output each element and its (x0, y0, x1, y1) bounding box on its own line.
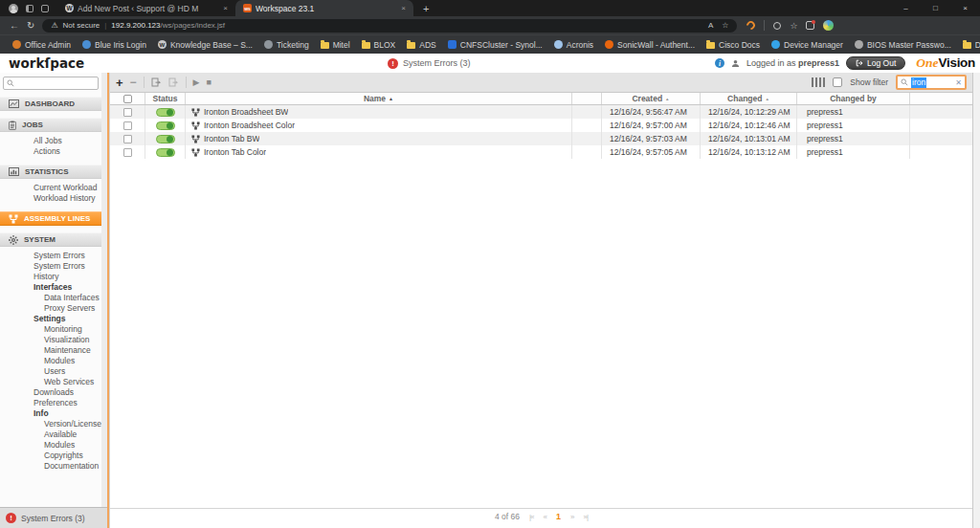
sidebar-search-input[interactable] (17, 78, 94, 88)
bookmark-item[interactable]: BIOS Master Passwo... (849, 40, 957, 50)
column-header-created[interactable]: Created (602, 93, 701, 104)
column-header-changed-by[interactable]: Changed by (797, 93, 910, 104)
sidebar-item-users[interactable]: Users (0, 366, 101, 377)
info-icon[interactable] (715, 58, 724, 68)
row-checkbox[interactable] (123, 108, 132, 117)
back-icon[interactable]: ← (10, 21, 19, 31)
sidebar-item-modules[interactable]: Modules (0, 356, 101, 366)
copilot-icon[interactable] (746, 19, 758, 32)
tab-actions-icon[interactable] (41, 5, 49, 12)
log-out-button[interactable]: Log Out (846, 56, 905, 70)
browser-tab-wordpress[interactable]: Add New Post ‹ Support @ HD M (57, 0, 235, 16)
row-checkbox[interactable] (123, 148, 132, 157)
sidebar-section-assembly-lines[interactable]: ASSEMBLY LINES (0, 211, 101, 226)
favorite-star-icon[interactable]: ☆ (722, 21, 728, 30)
sidebar-item-actions[interactable]: Actions (0, 146, 101, 157)
status-toggle-on[interactable] (156, 121, 175, 130)
browser-profile-avatar[interactable] (9, 4, 18, 13)
bookmark-item[interactable]: ADS (401, 40, 441, 50)
browser-tab-workspace[interactable]: Workspace 23.1 (235, 0, 413, 16)
window-maximize-button[interactable] (921, 0, 950, 16)
sidebar-item-documentation[interactable]: Documentation (0, 461, 101, 472)
show-filter-checkbox[interactable] (833, 77, 842, 87)
column-header-name[interactable]: Name (186, 93, 572, 104)
bookmark-item[interactable]: Device Manager (766, 40, 849, 50)
previous-page-button[interactable] (544, 513, 546, 521)
tab-close-icon[interactable] (223, 4, 228, 12)
status-toggle-on[interactable] (156, 135, 175, 143)
extensions-icon[interactable] (806, 21, 814, 30)
system-errors-banner[interactable]: System Errors (3) (388, 54, 471, 73)
bookmark-item[interactable]: Acronis (548, 40, 599, 50)
sidebar-item-downloads[interactable]: Downloads (0, 387, 101, 398)
duplicate-icon[interactable] (151, 77, 162, 88)
bookmark-item[interactable]: BLOX (356, 40, 402, 50)
first-page-button[interactable] (529, 513, 534, 521)
window-close-button[interactable] (950, 0, 980, 16)
page-scrollbar-track[interactable] (973, 73, 980, 528)
column-header-changed[interactable]: Changed (701, 93, 797, 104)
bookmark-item[interactable]: Office Admin (7, 40, 77, 50)
refresh-icon[interactable]: ↻ (27, 21, 34, 31)
table-row[interactable]: Ironton Broadsheet BW 12/16/24, 9:56:47 … (110, 105, 972, 119)
sidebar-item-copyrights[interactable]: Copyrights (0, 451, 101, 461)
sidebar-item-version-licenses[interactable]: Version/Licenses (0, 419, 101, 429)
bookmark-item[interactable]: Knowledge Base – S... (152, 40, 258, 50)
bookmark-item[interactable]: Mitel (315, 40, 356, 50)
sidebar-item-all-jobs[interactable]: All Jobs (0, 136, 101, 146)
next-page-button[interactable] (570, 513, 573, 521)
sidebar-item-proxy-servers[interactable]: Proxy Servers (0, 303, 101, 314)
sidebar-item-system-errors-history[interactable]: System Errors History (0, 261, 101, 282)
start-icon[interactable]: ▶ (193, 78, 200, 87)
bookmark-item[interactable]: Dell (957, 40, 980, 50)
browser-essentials-icon[interactable] (773, 22, 781, 30)
status-toggle-on[interactable] (156, 148, 175, 157)
sidebar-search[interactable] (3, 77, 99, 90)
workspaces-icon[interactable] (26, 5, 33, 12)
sidebar-item-visualization[interactable]: Visualization (0, 335, 101, 345)
export-icon[interactable] (168, 77, 179, 88)
column-chooser-icon[interactable] (812, 77, 825, 87)
last-page-button[interactable] (583, 513, 588, 521)
bookmark-item[interactable]: Blue Iris Login (77, 40, 152, 50)
row-checkbox[interactable] (123, 121, 132, 130)
sidebar-section-statistics[interactable]: STATISTICS (0, 165, 101, 179)
bookmark-item[interactable]: SonicWall - Authent... (599, 40, 701, 50)
sidebar-section-dashboard[interactable]: DASHBOARD (0, 97, 101, 111)
window-minimize-button[interactable] (891, 0, 921, 16)
sidebar-section-system[interactable]: SYSTEM (0, 232, 101, 247)
bookmark-item[interactable]: Ticketing (258, 40, 315, 50)
system-errors-status-bar[interactable]: System Errors (3) (0, 507, 107, 528)
favorites-bar-icon[interactable]: ☆ (790, 21, 797, 31)
profile-picture[interactable] (823, 20, 834, 31)
sidebar-item-workload-history[interactable]: Workload History (0, 193, 101, 204)
table-row[interactable]: Ironton Tab Color 12/16/24, 9:57:05 AM 1… (110, 145, 972, 159)
sidebar-item-preferences[interactable]: Preferences (0, 398, 101, 408)
status-toggle-on[interactable] (156, 108, 175, 117)
url-field[interactable]: ⚠ Not secure | 192.9.200.123/ws/pages/in… (42, 19, 737, 33)
current-page-button[interactable]: 1 (556, 512, 561, 521)
table-search-input[interactable]: iron (896, 75, 967, 90)
tab-close-icon[interactable] (401, 4, 406, 12)
read-aloud-icon[interactable]: A (708, 21, 713, 30)
sidebar-item-current-workload[interactable]: Current Workload (0, 183, 101, 193)
sidebar-item-system-errors[interactable]: System Errors (0, 251, 101, 261)
table-row[interactable]: Ironton Broadsheet Color 12/16/24, 9:57:… (110, 119, 972, 132)
bookmark-item[interactable]: CNFSCluster - Synol... (442, 40, 548, 50)
add-button[interactable]: + (116, 77, 123, 89)
column-header-status[interactable]: Status (145, 93, 186, 104)
stop-icon[interactable]: ■ (207, 78, 212, 87)
table-row[interactable]: Ironton Tab BW 12/16/24, 9:57:03 AM 12/1… (110, 132, 972, 145)
sidebar-item-available-modules[interactable]: Available Modules (0, 429, 101, 451)
sidebar-item-web-services[interactable]: Web Services (0, 377, 101, 387)
remove-button[interactable]: − (130, 77, 137, 88)
new-tab-button[interactable] (423, 3, 429, 14)
sidebar-item-monitoring[interactable]: Monitoring (0, 324, 101, 335)
row-checkbox[interactable] (123, 135, 132, 143)
clear-search-icon[interactable] (955, 78, 962, 87)
sidebar-item-data-interfaces[interactable]: Data Interfaces (0, 293, 101, 303)
sidebar-item-maintenance[interactable]: Maintenance (0, 345, 101, 356)
select-all-checkbox[interactable] (123, 95, 132, 103)
bookmark-item[interactable]: Cisco Docs (701, 40, 766, 50)
sidebar-section-jobs[interactable]: JOBS (0, 118, 101, 132)
